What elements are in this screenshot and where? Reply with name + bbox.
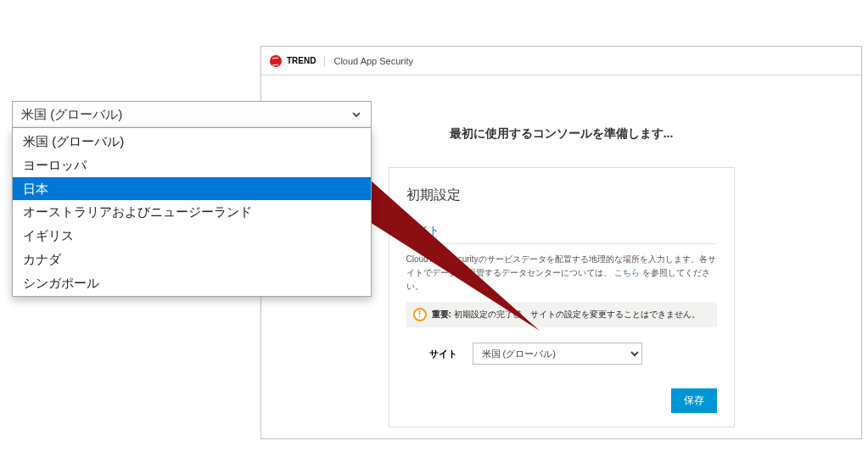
card-footer: 保存: [406, 388, 717, 413]
product-name: Cloud App Security: [324, 56, 413, 66]
dropdown-option[interactable]: カナダ: [13, 248, 371, 271]
dropdown-closed-header[interactable]: 米国 (グローバル): [12, 101, 372, 128]
dropdown-option[interactable]: イギリス: [13, 224, 371, 248]
dropdown-option[interactable]: 米国 (グローバル): [13, 130, 371, 153]
dropdown-selected-value: 米国 (グローバル): [21, 107, 122, 123]
field-label-site: サイト: [406, 348, 457, 360]
brand-logo: TREND Cloud App Security: [270, 55, 413, 67]
chevron-down-icon: [350, 109, 362, 120]
dropdown-option[interactable]: シンガポール: [13, 271, 371, 295]
dropdown-overlay: 米国 (グローバル) 米国 (グローバル)ヨーロッパ日本オーストラリアおよびニュ…: [12, 101, 372, 297]
brand-name: TREND: [287, 56, 316, 65]
dropdown-option[interactable]: ヨーロッパ: [13, 153, 371, 177]
app-header: TREND Cloud App Security: [261, 47, 861, 75]
dropdown-option[interactable]: オーストラリアおよびニュージーランド: [13, 200, 371, 224]
callout-arrow: [370, 180, 540, 331]
preparing-title: 最初に使用するコンソールを準備します...: [450, 126, 674, 142]
dropdown-option[interactable]: 日本: [13, 177, 371, 201]
save-button[interactable]: 保存: [671, 388, 717, 413]
trend-logo-icon: [270, 55, 282, 67]
datacenter-link[interactable]: こちら: [614, 268, 640, 277]
svg-marker-0: [370, 180, 540, 331]
dropdown-listbox[interactable]: 米国 (グローバル)ヨーロッパ日本オーストラリアおよびニュージーランドイギリスカ…: [12, 128, 372, 297]
site-field-row: サイト 米国 (グローバル): [406, 343, 717, 365]
site-select[interactable]: 米国 (グローバル): [473, 343, 642, 365]
